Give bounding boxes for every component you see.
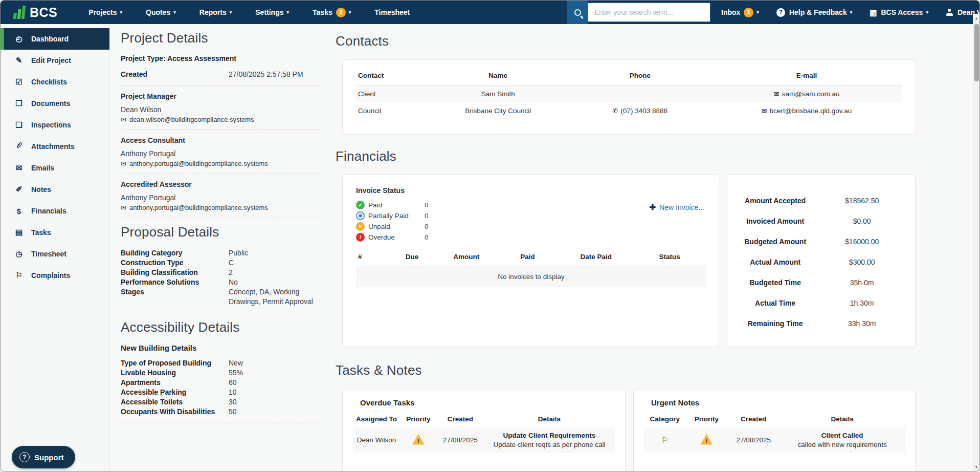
sidebar-item-inspections[interactable]: ❏Inspections (1, 114, 109, 136)
paperclip-icon (13, 142, 25, 151)
person-role: Project Manager (121, 92, 322, 100)
contact-email[interactable]: ✉bcert@brisbane.qld.gov.au (762, 107, 852, 115)
person-name: Anthony Portugal (121, 149, 322, 158)
envelope-icon: ✉ (762, 108, 767, 114)
sidebar-item-emails[interactable]: ✉Emails (1, 157, 109, 179)
plus-icon: ✚ (649, 203, 656, 212)
sidebar-item-notes[interactable]: ✐Notes (1, 179, 109, 200)
person-role: Access Consultant (121, 136, 322, 144)
inbox-count-badge: 1 (744, 8, 753, 17)
caret-down-icon: ▾ (756, 10, 759, 15)
kv-row: Livable Housing55% (121, 368, 322, 378)
nav-reports[interactable]: Reports▾ (188, 1, 243, 24)
amount-accepted-value: $18562.50 (816, 197, 908, 205)
sidebar-item-edit-project[interactable]: ✎Edit Project (1, 50, 109, 71)
financials-row: Invoice Status ✓Paid0 Partially Paid0 ✕U… (342, 175, 916, 347)
contact-phone[interactable]: ✆(07) 3403 8888 (613, 107, 667, 115)
caret-down-icon: ▾ (926, 10, 928, 15)
search-button[interactable] (567, 1, 588, 24)
documents-icon: ❐ (13, 99, 25, 108)
remaining-time-value: 33h 30m (816, 319, 908, 328)
warning-triangle-icon (700, 434, 712, 445)
actual-time-value: 1h 30m (816, 299, 908, 307)
accessibility-details-title: Accessibility Details (121, 319, 322, 335)
new-invoice-button[interactable]: ✚New Invoice... (649, 203, 704, 212)
brand-logo[interactable]: BCS (1, 5, 57, 20)
urgent-note-row[interactable]: ⚐ 27/08/2025 Client Called called with n… (644, 427, 905, 453)
nav-inbox[interactable]: Inbox1▾ (721, 1, 759, 24)
nav-bcs-access[interactable]: ▦BCS Access▾ (870, 1, 928, 24)
dot-circle-icon (356, 211, 365, 220)
contacts-title: Contacts (336, 33, 916, 49)
task-assigned-to: Dean Wilson (353, 427, 400, 453)
envelope-icon: ✉ (121, 160, 126, 167)
search-icon (574, 9, 581, 16)
overdue-count: 0 (425, 233, 445, 241)
person-email[interactable]: ✉anthony.portugal@buildingcompliance.sys… (121, 160, 322, 167)
col-name: Name (427, 67, 569, 85)
overdue-tasks-table: Assigned To Priority Created Details Dea… (353, 412, 615, 453)
summary-row: Budgeted Amount$16000.00 (734, 231, 908, 252)
search-input[interactable] (588, 3, 710, 22)
project-details-column: Project Details Project Type: Access Ass… (121, 24, 322, 430)
dashboard-icon: ◴ (13, 34, 25, 44)
divider (121, 313, 322, 313)
kv-row: Accessible Parking10 (121, 388, 322, 397)
partially-paid-count: 0 (425, 212, 445, 220)
sidebar-item-attachments[interactable]: Attachments (1, 136, 109, 157)
warning-triangle-icon (412, 434, 425, 445)
col-due: Due (388, 249, 437, 266)
scroll-down-arrow[interactable]: ▼ (973, 465, 979, 469)
contacts-card: Contact Name Phone E-mail Client Sam Smi… (342, 59, 916, 134)
dollar-icon: $ (13, 207, 25, 216)
nav-timesheet[interactable]: Timesheet (363, 1, 421, 24)
sidebar-item-dashboard[interactable]: ◴Dashboard (1, 28, 109, 50)
financial-summary-card: Amount Accepted$18562.50 Invoiced Amount… (727, 175, 916, 347)
contact-email[interactable]: ✉sam@sam.com.au (774, 90, 840, 98)
divider (121, 85, 322, 86)
invoices-table: # Due Amount Paid Date Paid Status No in… (356, 249, 706, 287)
kv-row: Occupants With Disabilities50 (121, 407, 322, 417)
sidebar-item-timesheet[interactable]: ◷Timesheet (1, 243, 109, 265)
kv-row: Building CategoryPublic (121, 248, 322, 258)
person-email[interactable]: ✉dean.wilson@buildingcompliance.systems (121, 116, 322, 123)
status-overdue: !Overdue0 (356, 233, 706, 242)
task-details: Update Client Requirements Update client… (484, 427, 615, 453)
nav-tasks[interactable]: Tasks2▾ (301, 1, 363, 24)
page-scrollbar[interactable]: ▲ ▼ (973, 14, 979, 471)
overdue-task-row[interactable]: Dean Wilson 27/08/2025 Update Client Req… (353, 427, 615, 453)
col-email: E-mail (711, 67, 902, 85)
support-button[interactable]: ? Support (12, 446, 75, 468)
sidebar-item-complaints[interactable]: ⚐Complaints (1, 265, 109, 286)
contact-row: Council Brisbane City Council ✆(07) 3403… (356, 102, 902, 119)
sidebar-item-documents[interactable]: ❐Documents (1, 93, 109, 114)
navbar-right: Inbox1▾ ?Help & Feedback▾ ▦BCS Access▾ D… (721, 1, 980, 24)
created-row: Created 27/08/2025 2:57:58 PM (121, 70, 322, 79)
sidebar-item-financials[interactable]: $Financials (1, 200, 109, 222)
sidebar-item-tasks[interactable]: ▤Tasks (1, 222, 109, 243)
nav-help-feedback[interactable]: ?Help & Feedback▾ (776, 1, 852, 24)
divider (121, 218, 322, 218)
sidebar-item-checklists[interactable]: ☑Checklists (1, 71, 109, 93)
envelope-icon: ✉ (774, 91, 779, 97)
scroll-up-arrow[interactable]: ▲ (973, 16, 979, 20)
nav-projects[interactable]: Projects▾ (77, 1, 134, 24)
project-type: Project Type: Access Assessment (121, 54, 322, 62)
overdue-tasks-title: Overdue Tasks (353, 398, 615, 407)
status-partially-paid: Partially Paid0 (356, 211, 706, 220)
person-name: Dean Wilson (121, 105, 322, 114)
tasks-icon: ▤ (13, 228, 25, 237)
divider (121, 130, 322, 130)
notes-icon: ✐ (13, 185, 25, 194)
paid-count: 0 (425, 201, 445, 209)
person-email[interactable]: ✉anthony.portugal@buildingcompliance.sys… (121, 204, 322, 211)
top-navbar: BCS Projects▾ Quotes▾ Reports▾ Settings▾… (1, 1, 979, 24)
tasks-notes-row: Overdue Tasks Assigned To Priority Creat… (342, 390, 916, 471)
question-icon: ? (19, 452, 30, 462)
budgeted-time-value: 35h 0m (816, 278, 908, 287)
nav-quotes[interactable]: Quotes▾ (134, 1, 188, 24)
app-window: BCS Projects▾ Quotes▾ Reports▾ Settings▾… (0, 0, 980, 472)
nav-settings[interactable]: Settings▾ (243, 1, 301, 24)
scrollbar-thumb[interactable] (974, 24, 979, 81)
col-phone: Phone (569, 67, 711, 85)
